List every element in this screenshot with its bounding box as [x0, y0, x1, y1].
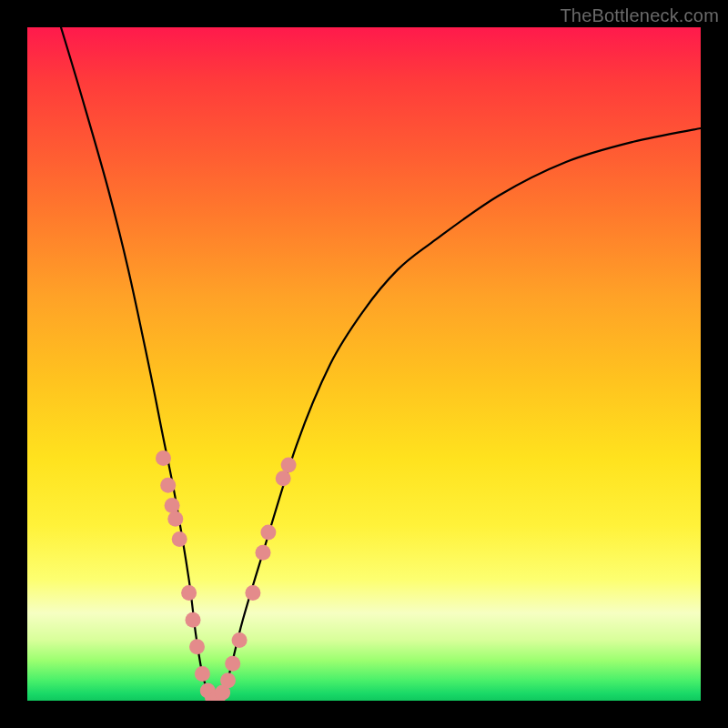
chart-svg [27, 27, 701, 701]
data-marker [181, 585, 197, 601]
data-marker [165, 498, 180, 513]
data-marker [167, 511, 183, 527]
marker-layer [156, 450, 297, 701]
data-marker [256, 545, 271, 561]
curve-layer [61, 27, 701, 701]
chart-frame: TheBottleneck.com [0, 0, 728, 728]
data-marker [186, 612, 201, 628]
data-marker [156, 450, 171, 466]
plot-area [27, 27, 701, 701]
data-marker [172, 531, 187, 547]
data-marker [220, 672, 236, 688]
bottleneck-curve [61, 27, 701, 701]
data-marker [245, 585, 260, 601]
data-marker [260, 525, 276, 541]
data-marker [232, 632, 248, 648]
data-marker [276, 470, 291, 486]
data-marker [160, 478, 176, 493]
data-marker [189, 639, 205, 654]
data-marker [195, 666, 210, 682]
data-marker [225, 656, 240, 672]
attribution-label: TheBottleneck.com [560, 5, 719, 26]
data-marker [281, 458, 297, 473]
